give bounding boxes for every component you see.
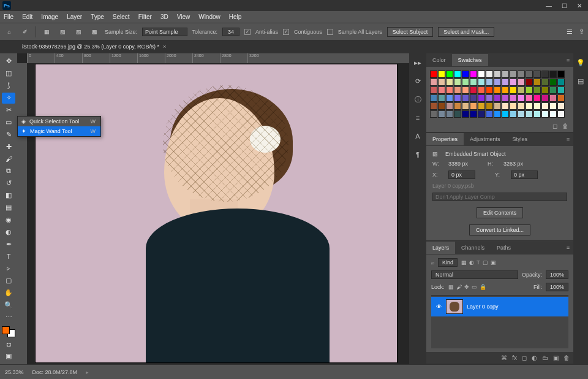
layer-group-icon[interactable]: 🗀 — [542, 354, 548, 361]
zoom-tool[interactable]: 🔍 — [2, 300, 15, 311]
shape-tool[interactable]: ▢ — [2, 275, 15, 286]
character-panel-icon[interactable]: A — [412, 131, 423, 142]
swatch[interactable] — [510, 78, 517, 86]
tool-preset-icon[interactable]: ✐ — [20, 26, 31, 37]
swatch[interactable] — [430, 78, 437, 86]
swatch[interactable] — [454, 110, 461, 118]
swatch[interactable] — [446, 71, 453, 78]
swatch[interactable] — [486, 71, 493, 78]
layer-comp-select[interactable]: Don't Apply Layer Comp — [432, 193, 567, 201]
swatch[interactable] — [486, 94, 493, 102]
swatch[interactable] — [454, 94, 461, 102]
swatch[interactable] — [518, 78, 525, 86]
swatch[interactable] — [494, 110, 501, 118]
swatch[interactable] — [470, 102, 477, 110]
subtract-selection-icon[interactable]: ▨ — [73, 26, 84, 37]
swatch[interactable] — [502, 110, 509, 118]
swatch[interactable] — [430, 86, 437, 94]
lock-image-icon[interactable]: 🖌 — [456, 284, 462, 290]
swatch[interactable] — [470, 86, 477, 94]
swatch[interactable] — [438, 94, 445, 102]
filter-smart-icon[interactable]: ▣ — [491, 259, 496, 266]
actions-panel-icon[interactable]: ≡ — [412, 112, 423, 123]
filter-pixel-icon[interactable]: ▦ — [461, 259, 467, 266]
history-panel-icon[interactable]: ⟳ — [412, 75, 423, 86]
layers-menu-icon[interactable]: ≡ — [563, 245, 573, 251]
swatch[interactable] — [533, 71, 541, 78]
prop-x-input[interactable]: 0 px — [448, 170, 475, 179]
swatch[interactable] — [557, 102, 565, 110]
brush-tool[interactable]: 🖌 — [2, 153, 15, 164]
home-icon[interactable]: ⌂ — [4, 26, 15, 37]
adjustment-layer-icon[interactable]: ◐ — [532, 354, 537, 361]
swatch[interactable] — [557, 71, 565, 78]
swatch[interactable] — [486, 110, 493, 118]
swatch[interactable] — [438, 78, 445, 86]
layer-filter-search-icon[interactable]: ⌕ — [431, 259, 434, 266]
swatch[interactable] — [438, 102, 445, 110]
minimize-icon[interactable]: — — [546, 2, 552, 9]
document-tab[interactable]: iStock-935978266.jpg @ 25.3% (Layer 0 co… — [17, 41, 171, 52]
filter-shape-icon[interactable]: ▢ — [483, 259, 488, 266]
delete-layer-icon[interactable]: 🗑 — [564, 354, 570, 361]
tolerance-input[interactable]: 34 — [222, 28, 239, 36]
tab-channels[interactable]: Channels — [455, 242, 491, 254]
share-icon[interactable]: ⇪ — [579, 28, 584, 36]
swatch[interactable] — [549, 78, 557, 86]
pen-tool[interactable]: ✒ — [2, 239, 15, 250]
layer-filter-kind[interactable]: Kind — [438, 258, 458, 267]
type-tool[interactable]: T — [2, 251, 15, 262]
swatch[interactable] — [526, 71, 533, 78]
lock-position-icon[interactable]: ✥ — [464, 284, 469, 290]
menu-select[interactable]: Select — [113, 13, 130, 20]
swatch[interactable] — [502, 78, 509, 86]
swatch[interactable] — [438, 86, 445, 94]
swatch[interactable] — [541, 94, 549, 102]
menu-edit[interactable]: Edit — [22, 13, 32, 20]
swatch[interactable] — [557, 78, 565, 86]
swatch[interactable] — [510, 102, 517, 110]
swatch[interactable] — [454, 86, 461, 94]
swatch[interactable] — [486, 78, 493, 86]
lock-all-icon[interactable]: 🔒 — [480, 284, 486, 290]
swatch[interactable] — [470, 110, 477, 118]
gradient-tool[interactable]: ▤ — [2, 202, 15, 213]
swatch[interactable] — [446, 94, 453, 102]
sample-size-select[interactable]: Point Sample — [142, 28, 187, 36]
menu-view[interactable]: View — [177, 13, 190, 20]
menu-file[interactable]: File — [4, 13, 13, 20]
foreground-background-swatch[interactable] — [2, 326, 15, 337]
libraries-icon[interactable]: ▤ — [575, 75, 586, 86]
swatch[interactable] — [446, 110, 453, 118]
swatch[interactable] — [510, 94, 517, 102]
swatch[interactable] — [494, 94, 501, 102]
layer-thumbnail[interactable] — [446, 299, 463, 314]
new-swatch-icon[interactable]: ◻ — [552, 123, 557, 129]
tab-paths[interactable]: Paths — [491, 242, 517, 254]
swatch[interactable] — [470, 94, 477, 102]
swatch[interactable] — [438, 71, 445, 78]
frame-tool[interactable]: ▭ — [2, 117, 15, 128]
swatch[interactable] — [494, 78, 501, 86]
swatch[interactable] — [478, 94, 485, 102]
search-icon[interactable]: ☰ — [567, 28, 573, 36]
swatch[interactable] — [549, 94, 557, 102]
tab-layers[interactable]: Layers — [426, 242, 455, 254]
swatch[interactable] — [478, 86, 485, 94]
menu-help[interactable]: Help — [229, 13, 242, 20]
swatch[interactable] — [478, 71, 485, 78]
close-icon[interactable]: ✕ — [577, 2, 582, 9]
lasso-tool[interactable]: ⟆ — [2, 80, 15, 91]
layer-visibility-icon[interactable]: 👁 — [435, 304, 442, 310]
tab-close-icon[interactable]: × — [163, 44, 166, 50]
stamp-tool[interactable]: ⧉ — [2, 166, 15, 177]
swatch[interactable] — [462, 94, 469, 102]
swatch[interactable] — [494, 71, 501, 78]
opacity-input[interactable]: 100% — [546, 270, 568, 279]
path-tool[interactable]: ▹ — [2, 263, 15, 274]
swatch[interactable] — [462, 86, 469, 94]
swatch[interactable] — [454, 78, 461, 86]
magic-wand-tool[interactable]: ✧ — [2, 93, 15, 104]
swatch[interactable] — [430, 110, 437, 118]
swatch[interactable] — [518, 110, 525, 118]
